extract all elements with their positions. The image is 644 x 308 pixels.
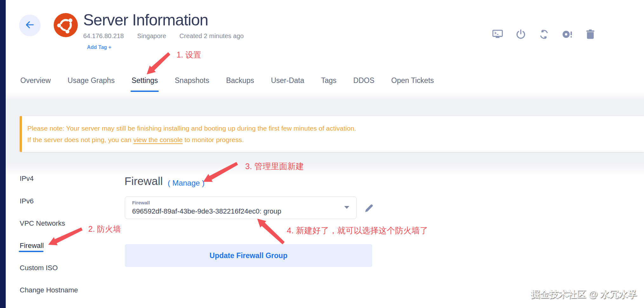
- back-button[interactable]: [19, 15, 41, 36]
- annotation-arrow-1: [143, 51, 173, 78]
- annotation-1-settings: 1. 设置: [177, 50, 201, 60]
- back-arrow-icon: [25, 20, 35, 31]
- console-icon[interactable]: [492, 29, 503, 40]
- power-icon[interactable]: [515, 29, 526, 40]
- sidebar-item-change-hostname[interactable]: Change Hostname: [20, 286, 78, 294]
- view-console-link[interactable]: view the console: [133, 136, 183, 143]
- server-region: Singapore: [137, 32, 166, 40]
- tab-open-tickets[interactable]: Open Tickets: [391, 76, 434, 85]
- tab-usage-graphs[interactable]: Usage Graphs: [68, 76, 115, 85]
- sidebar-item-custom-iso[interactable]: Custom ISO: [20, 264, 58, 272]
- server-action-icons: [492, 29, 596, 40]
- firewall-heading: Firewall: [124, 175, 163, 188]
- sidebar-item-ipv4[interactable]: IPv4: [20, 175, 34, 182]
- notice-line-1: Please note: Your server may still be fi…: [27, 123, 644, 134]
- page-title: Server Information: [83, 11, 208, 29]
- add-tag-link[interactable]: Add Tag +: [87, 44, 111, 50]
- iso-alert-icon[interactable]: [562, 29, 573, 40]
- annotation-arrow-4: [254, 216, 289, 247]
- sidebar-item-ipv6[interactable]: IPv6: [20, 197, 34, 205]
- notice-line-2: If the server does not ping, you can vie…: [27, 134, 644, 146]
- update-firewall-group-button[interactable]: Update Firewall Group: [125, 244, 372, 267]
- tab-snapshots[interactable]: Snapshots: [175, 76, 209, 85]
- server-created: Created 2 minutes ago: [179, 32, 244, 40]
- watermark: 掘金技术社区 @ 水冗水孚: [531, 288, 637, 301]
- firewall-select-label: Firewall: [132, 200, 150, 205]
- firewall-select-value: 696592df-89af-43be-9de3-382216f24ec0: gr…: [132, 207, 281, 216]
- tab-overview[interactable]: Overview: [20, 76, 51, 85]
- sidebar-item-firewall[interactable]: Firewall: [20, 242, 44, 250]
- activation-notice: Please note: Your server may still be fi…: [20, 116, 644, 152]
- server-tabs: Overview Usage Graphs Settings Snapshots…: [20, 76, 434, 85]
- dropdown-caret-icon: [344, 206, 349, 209]
- server-information-page: Server Information 64.176.80.218 Singapo…: [0, 0, 644, 308]
- tab-backups[interactable]: Backups: [226, 76, 254, 85]
- tab-user-data[interactable]: User-Data: [271, 76, 304, 85]
- firewall-select[interactable]: Firewall 696592df-89af-43be-9de3-382216f…: [125, 196, 357, 219]
- server-ip: 64.176.80.218: [83, 32, 124, 40]
- ubuntu-logo: [54, 13, 78, 37]
- collapsed-nav-sliver: [0, 0, 6, 308]
- tab-tags[interactable]: Tags: [321, 76, 337, 85]
- reinstall-icon[interactable]: [539, 29, 549, 40]
- annotation-4-select-firewall: 4. 新建好了，就可以选择这个防火墙了: [287, 225, 428, 236]
- tab-ddos[interactable]: DDOS: [353, 76, 374, 85]
- firewall-manage-link[interactable]: ( Manage ): [168, 179, 205, 188]
- annotation-2-firewall: 2. 防火墙: [88, 224, 121, 234]
- edit-pencil-icon[interactable]: [363, 202, 374, 213]
- annotation-3-manage: 3. 管理里面新建: [245, 161, 304, 172]
- annotation-arrow-2: [44, 224, 86, 250]
- trash-icon[interactable]: [585, 29, 596, 40]
- annotation-arrow-3: [200, 161, 241, 186]
- server-meta: 64.176.80.218 Singapore Created 2 minute…: [83, 32, 244, 40]
